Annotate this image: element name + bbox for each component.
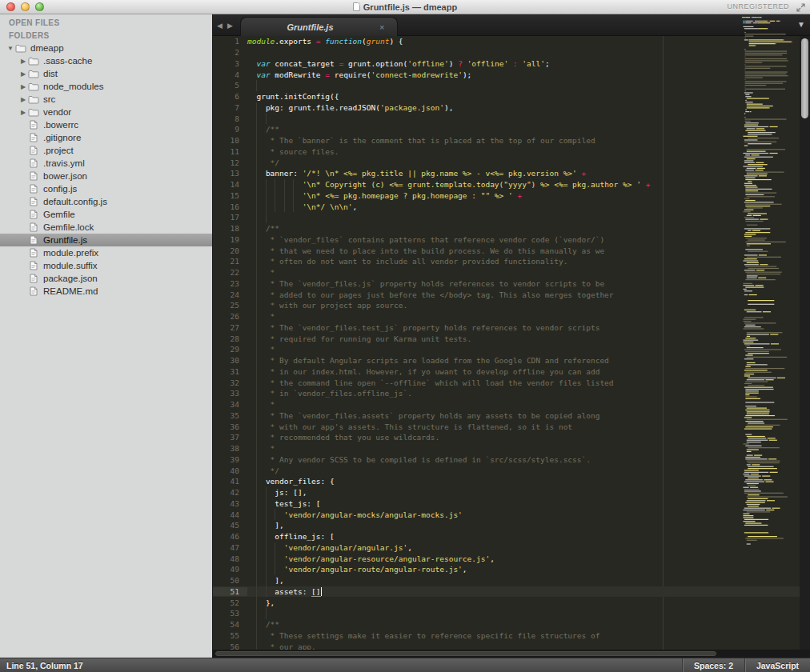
tree-item-bower-json[interactable]: bower.json: [0, 170, 212, 182]
code-line[interactable]: 4 var modRewrite = require('connect-modr…: [213, 69, 810, 80]
code-line[interactable]: 29 *: [213, 344, 810, 355]
code-line[interactable]: 32 * the command line open `--offline` w…: [213, 377, 810, 388]
tab-gruntfile[interactable]: Gruntfile.js ×: [240, 17, 398, 36]
code-line[interactable]: 36 * with our app's assets. This structu…: [213, 421, 810, 432]
horizontal-scrollbar-thumb[interactable]: [215, 651, 716, 656]
zoom-button[interactable]: [35, 2, 44, 11]
disclosure-triangle-icon[interactable]: ▶: [19, 96, 27, 103]
code-line[interactable]: 14 '\n* Copyright (c) <%= grunt.template…: [213, 179, 810, 190]
tree-item--bowerrc[interactable]: .bowerrc: [0, 118, 212, 131]
tree-item-package-json[interactable]: package.json: [0, 272, 212, 285]
code-line[interactable]: 5: [213, 80, 810, 91]
code-line[interactable]: 23 * The `vendor_files.js` property hold…: [213, 278, 810, 290]
code-line[interactable]: 40 */: [213, 465, 810, 476]
code-line[interactable]: 30 * By default Angular scripts are load…: [213, 355, 810, 366]
tree-item-vendor[interactable]: ▶vendor: [0, 106, 212, 118]
code-line[interactable]: 17: [213, 212, 810, 223]
code-area[interactable]: 1module.exports = function(grunt) {23 va…: [213, 36, 810, 650]
tree-item-readme-md[interactable]: README.md: [0, 285, 212, 298]
tree-item-node-modules[interactable]: ▶node_modules: [0, 80, 212, 93]
vertical-scrollbar-thumb[interactable]: [801, 38, 808, 118]
code-line[interactable]: 51 assets: []: [213, 586, 810, 598]
tree-item-config-js[interactable]: config.js: [0, 182, 212, 195]
code-line[interactable]: 46 offline_js: [: [213, 531, 810, 542]
close-button[interactable]: [6, 2, 15, 11]
code-line[interactable]: 9 /**: [213, 124, 810, 135]
code-line[interactable]: 7 pkg: grunt.file.readJSON('package.json…: [213, 102, 810, 114]
code-line[interactable]: 12 */: [213, 157, 810, 168]
code-line[interactable]: 25 * with our project app source.: [213, 300, 810, 311]
code-line[interactable]: 16 '\n*/ \n\n',: [213, 201, 810, 212]
code-line[interactable]: 33 * in `vendor_files.offline_js`.: [213, 388, 810, 399]
tab-next-button[interactable]: ▶: [227, 22, 233, 30]
disclosure-triangle-icon[interactable]: ▼: [6, 45, 14, 52]
code-line[interactable]: 43 test_js: [: [213, 498, 810, 510]
fullscreen-icon[interactable]: [796, 3, 805, 12]
code-line[interactable]: 35 * The `vendor_files.assets` property …: [213, 410, 810, 422]
code-line[interactable]: 13 banner: '/*! \n* <%= pkg.title || pkg…: [213, 168, 810, 179]
code-line[interactable]: 48 'vendor/angular-resource/angular-reso…: [213, 553, 810, 564]
tree-item--sass-cache[interactable]: ▶.sass-cache: [0, 54, 212, 67]
tab-close-icon[interactable]: ×: [379, 22, 397, 32]
code-line[interactable]: 34 *: [213, 399, 810, 410]
disclosure-triangle-icon[interactable]: ▶: [19, 58, 27, 65]
code-line[interactable]: 52 },: [213, 597, 810, 608]
code-line[interactable]: 55 * These settings make it easier to re…: [213, 630, 810, 642]
code-line[interactable]: 27 * The `vendor_files.test_js` property…: [213, 322, 810, 334]
code-line[interactable]: 38 *: [213, 443, 810, 454]
code-line[interactable]: 20 * that we need to place into the buil…: [213, 245, 810, 256]
vertical-scrollbar[interactable]: [800, 36, 810, 650]
code-line[interactable]: 45 ],: [213, 520, 810, 531]
status-indent[interactable]: Spaces: 2: [682, 658, 744, 672]
code-line[interactable]: 50 ],: [213, 575, 810, 586]
code-line[interactable]: 49 'vendor/angular-route/angular-route.j…: [213, 564, 810, 575]
tree-item-gemfile[interactable]: Gemfile: [0, 208, 212, 221]
tree-item--travis-yml[interactable]: .travis.yml: [0, 157, 212, 170]
code-line[interactable]: 47 'vendor/angular/angular.js',: [213, 542, 810, 554]
tree-item-module-prefix[interactable]: module.prefix: [0, 246, 212, 259]
tree-item-default-config-js[interactable]: default.config.js: [0, 195, 212, 208]
code-line[interactable]: 21 * often do not want to include all ve…: [213, 256, 810, 267]
disclosure-triangle-icon[interactable]: ▶: [19, 70, 27, 78]
open-files-header[interactable]: OPEN FILES: [0, 14, 212, 27]
code-line[interactable]: 1module.exports = function(grunt) {: [213, 36, 810, 47]
code-line[interactable]: 22 *: [213, 267, 810, 278]
code-line[interactable]: 31 * in our index.html. However, if yo u…: [213, 366, 810, 378]
code-line[interactable]: 56 * our app.: [213, 641, 810, 650]
code-line[interactable]: 6 grunt.initConfig({: [213, 91, 810, 102]
code-line[interactable]: 8: [213, 113, 810, 124]
code-line[interactable]: 53: [213, 608, 810, 619]
tree-item-gemfile-lock[interactable]: Gemfile.lock: [0, 221, 212, 234]
tree-item--project[interactable]: .project: [0, 144, 212, 157]
disclosure-triangle-icon[interactable]: ▶: [19, 109, 27, 116]
tree-item--gitignore[interactable]: .gitignore: [0, 131, 212, 144]
minimize-button[interactable]: [21, 2, 30, 11]
code-line[interactable]: 42 js: [],: [213, 487, 810, 498]
horizontal-scrollbar[interactable]: [213, 650, 810, 658]
tree-item-module-suffix[interactable]: module.suffix: [0, 259, 212, 272]
code-line[interactable]: 39 * Any vendor SCSS to be compiled is d…: [213, 454, 810, 466]
code-line[interactable]: 24 * added to our pages just before the …: [213, 289, 810, 300]
tree-item-src[interactable]: ▶src: [0, 93, 212, 106]
tree-item-dist[interactable]: ▶dist: [0, 67, 212, 80]
code-line[interactable]: 37 * recommended that you use wildcards.: [213, 432, 810, 443]
code-line[interactable]: 10 * The `banner` is the comment that is…: [213, 135, 810, 146]
code-line[interactable]: 26 *: [213, 311, 810, 322]
folders-header[interactable]: FOLDERS: [0, 27, 212, 40]
tab-prev-button[interactable]: ◀: [217, 22, 223, 30]
code-line[interactable]: 41 vendor_files: {: [213, 476, 810, 487]
code-line[interactable]: 15 '\n* <%= pkg.homepage ? pkg.homepage …: [213, 190, 810, 202]
code-line[interactable]: 3 var concat_target = grunt.option('offl…: [213, 58, 810, 70]
tab-overflow-icon[interactable]: ▼: [797, 20, 805, 29]
code-line[interactable]: 28 * required for running our Karma unit…: [213, 333, 810, 344]
status-position[interactable]: Line 51, Column 17: [0, 661, 682, 670]
disclosure-triangle-icon[interactable]: ▶: [19, 83, 27, 90]
code-line[interactable]: 19 * `vendor_files` contains patterns th…: [213, 234, 810, 246]
code-line[interactable]: 18 /**: [213, 223, 810, 234]
code-line[interactable]: 54 /**: [213, 619, 810, 630]
code-line[interactable]: 44 'vendor/angular-mocks/angular-mocks.j…: [213, 509, 810, 520]
code-line[interactable]: 2: [213, 47, 810, 58]
tree-item-dmeapp[interactable]: ▼dmeapp: [0, 42, 212, 54]
tree-item-gruntfile-js[interactable]: Gruntfile.js: [0, 234, 212, 246]
minimap[interactable]: [740, 16, 798, 608]
